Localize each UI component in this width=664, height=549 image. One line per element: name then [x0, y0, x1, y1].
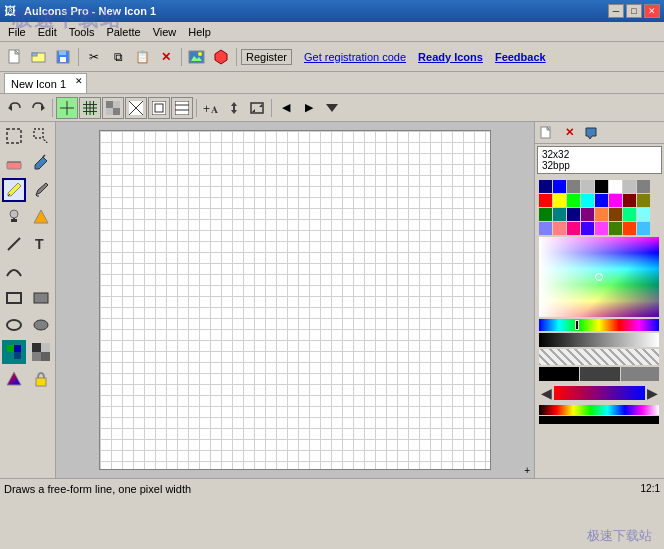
gradient-tool[interactable]	[2, 367, 26, 391]
text-tool[interactable]: T	[29, 232, 53, 256]
zoom-btn[interactable]: +𝐀	[200, 97, 222, 119]
grid-btn-5[interactable]	[148, 97, 170, 119]
color-cell-4-3[interactable]	[567, 222, 580, 235]
more-btn[interactable]	[321, 97, 343, 119]
arrow-prev-btn[interactable]: ◀	[275, 97, 297, 119]
color-cell-3-4[interactable]	[581, 208, 594, 221]
right-more-btn[interactable]	[581, 124, 601, 142]
color-cell-2-4[interactable]	[581, 194, 594, 207]
extra-dark[interactable]	[580, 367, 620, 381]
grid-btn-3[interactable]	[102, 97, 124, 119]
lock-tool[interactable]	[29, 367, 53, 391]
color-cell-3-5[interactable]	[595, 208, 608, 221]
save-button[interactable]	[52, 46, 74, 68]
color-cell-blue[interactable]	[553, 180, 566, 193]
color-cell-3-2[interactable]	[553, 208, 566, 221]
tab-new-icon-1[interactable]: New Icon 1 ✕	[4, 73, 87, 93]
cut-button[interactable]: ✂	[83, 46, 105, 68]
undo-button[interactable]	[4, 97, 26, 119]
color-cell-dark[interactable]	[595, 180, 608, 193]
color-cell-3-1[interactable]	[539, 208, 552, 221]
delete-button[interactable]: ✕	[155, 46, 177, 68]
select-tool[interactable]	[2, 124, 26, 148]
menu-view[interactable]: View	[147, 24, 183, 40]
paste-button[interactable]: 📋	[131, 46, 153, 68]
color-cell-4-5[interactable]	[595, 222, 608, 235]
color-cell-4-4[interactable]	[581, 222, 594, 235]
color-cell-3-8[interactable]	[637, 208, 650, 221]
tab-close-button[interactable]: ✕	[75, 76, 83, 86]
final-color-bar[interactable]	[539, 405, 659, 425]
minimize-button[interactable]: ─	[608, 4, 624, 18]
copy-button[interactable]: ⧉	[107, 46, 129, 68]
magic-wand-tool[interactable]	[29, 124, 53, 148]
color-swatch-2[interactable]	[29, 340, 53, 364]
color-gradient-picker[interactable]	[539, 237, 659, 317]
arrow-next-btn[interactable]: ▶	[298, 97, 320, 119]
feedback-link[interactable]: Feedback	[495, 51, 546, 63]
color-cell-3-3[interactable]	[567, 208, 580, 221]
menu-tools[interactable]: Tools	[63, 24, 101, 40]
grid-btn-6[interactable]	[171, 97, 193, 119]
new-button[interactable]	[4, 46, 26, 68]
dropper-tool[interactable]	[29, 151, 53, 175]
ready-icons-link[interactable]: Ready Icons	[418, 51, 483, 63]
color-cell-4-8[interactable]	[637, 222, 650, 235]
color-cell-gray[interactable]	[567, 180, 580, 193]
get-code-link[interactable]: Get registration code	[304, 51, 406, 63]
extra-black[interactable]	[539, 367, 579, 381]
stamp-tool[interactable]	[2, 205, 26, 229]
ellipse-tool[interactable]	[2, 313, 26, 337]
color-cell-4-1[interactable]	[539, 222, 552, 235]
color-cell-r1[interactable]	[623, 180, 636, 193]
filled-rect-tool[interactable]	[29, 286, 53, 310]
canvas-area[interactable]: +	[56, 122, 534, 478]
menu-file[interactable]: File	[2, 24, 32, 40]
color-cell-2-5[interactable]	[595, 194, 608, 207]
rect-tool[interactable]	[2, 286, 26, 310]
color-cell-2-1[interactable]	[539, 194, 552, 207]
color-cell-3-7[interactable]	[623, 208, 636, 221]
extra-mid[interactable]	[621, 367, 659, 381]
color-spectrum-mini[interactable]	[554, 386, 645, 400]
menu-edit[interactable]: Edit	[32, 24, 63, 40]
hue-bar[interactable]	[539, 319, 659, 331]
color-cell-w1[interactable]	[609, 180, 622, 193]
color-cell-4-7[interactable]	[623, 222, 636, 235]
color-cell-2-7[interactable]	[623, 194, 636, 207]
drawing-canvas[interactable]	[99, 130, 491, 470]
color-cell-3-6[interactable]	[609, 208, 622, 221]
color-cell-2-2[interactable]	[553, 194, 566, 207]
color-swatch-1[interactable]	[2, 340, 26, 364]
color-arrow-right[interactable]: ▶	[647, 385, 658, 401]
color-cell-r2[interactable]	[637, 180, 650, 193]
pencil-tool[interactable]	[2, 178, 26, 202]
line-tool[interactable]	[2, 232, 26, 256]
close-button[interactable]: ✕	[644, 4, 660, 18]
color-cell-2-8[interactable]	[637, 194, 650, 207]
right-close-btn[interactable]: ✕	[559, 124, 579, 142]
menu-palette[interactable]: Palette	[100, 24, 146, 40]
fill-tool[interactable]	[29, 205, 53, 229]
grid-btn-2[interactable]	[79, 97, 101, 119]
grid-btn-1[interactable]	[56, 97, 78, 119]
color-cell-2-6[interactable]	[609, 194, 622, 207]
grid-btn-4[interactable]	[125, 97, 147, 119]
redo-button[interactable]	[27, 97, 49, 119]
resize-btn[interactable]	[246, 97, 268, 119]
color-arrow-left[interactable]: ◀	[541, 385, 552, 401]
maximize-button[interactable]: □	[626, 4, 642, 18]
filled-ellipse-tool[interactable]	[29, 313, 53, 337]
import-button[interactable]	[186, 46, 208, 68]
color-cell-silver[interactable]	[581, 180, 594, 193]
color-cell-2-3[interactable]	[567, 194, 580, 207]
eraser-tool[interactable]	[2, 151, 26, 175]
right-new-btn[interactable]	[537, 124, 557, 142]
brush-tool[interactable]	[29, 178, 53, 202]
curve-tool[interactable]	[2, 259, 26, 283]
move-btn[interactable]	[223, 97, 245, 119]
open-button[interactable]	[28, 46, 50, 68]
color-cell-4-6[interactable]	[609, 222, 622, 235]
color-cell-4-2[interactable]	[553, 222, 566, 235]
register-button[interactable]: Register	[241, 49, 292, 65]
